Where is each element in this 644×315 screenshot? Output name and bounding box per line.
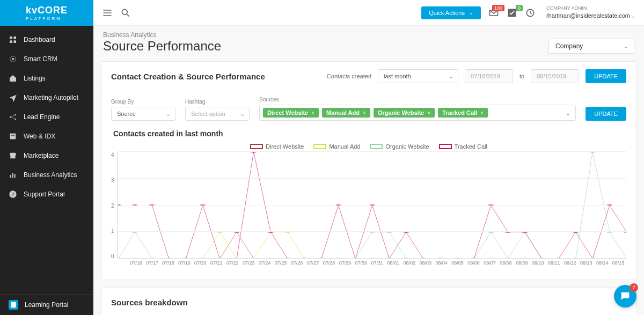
date-to[interactable]: 08/15/2019 [531,69,579,83]
svg-text:?: ? [11,192,14,197]
breakdown-title: Sources breakdown [101,288,636,315]
svg-rect-3 [13,40,16,43]
send-icon [9,93,17,102]
x-tick: 08/06 [466,260,482,266]
x-tick: 08/12 [562,260,578,266]
sidebar-item-label: Marketing Autopilot [24,94,78,101]
tag-remove-icon[interactable]: × [363,110,366,116]
svg-rect-10 [11,135,12,136]
history-icon[interactable] [525,8,536,18]
sidebar-item-label: Dashboard [24,36,55,43]
source-tag[interactable]: Direct Website× [263,108,319,118]
svg-point-7 [14,114,16,116]
x-tick: 07/28 [321,260,337,266]
chat-button[interactable]: 7 [614,285,636,307]
svg-point-17 [122,9,127,14]
x-tick: 07/24 [257,260,273,266]
sidebar-item-label: Support Portal [24,191,65,198]
sidebar-item-support-portal[interactable]: ?Support Portal [0,185,93,204]
source-tag[interactable]: Tracked Call× [438,108,488,118]
sidebar-item-dashboard[interactable]: Dashboard [0,30,93,49]
x-tick: 08/15 [610,260,626,266]
x-tick: 08/07 [482,260,498,266]
source-tag[interactable]: Manual Add× [322,108,370,118]
company-select[interactable]: Company [548,39,634,54]
sidebar-item-listings[interactable]: Listings [0,69,93,88]
x-tick: 07/20 [192,260,208,266]
y-tick: 0 [111,253,114,259]
account-menu[interactable]: Company Admin rhartman@insiderealestate.… [546,5,635,19]
sidebar-item-lead-engine[interactable]: Lead Engine [0,107,93,127]
sidebar-item-smart-crm[interactable]: Smart CRM [0,49,93,69]
chat-icon [619,290,631,302]
svg-rect-14 [14,174,16,178]
sources-label: Sources [259,97,576,102]
x-tick: 08/14 [594,260,610,266]
sidebar-item-web-idx[interactable]: Web & IDX [0,127,93,146]
chevron-down-icon: ⌄ [631,13,635,19]
mail-indicator[interactable]: 100 [488,8,499,18]
quick-actions-button[interactable]: Quick Actions ⌄ [421,6,481,19]
book-icon [9,300,18,310]
brand-logo[interactable]: kvCORE PLATFORM [0,0,93,26]
x-tick: 08/02 [401,260,418,266]
sources-select[interactable]: Direct Website×Manual Add×Organic Websit… [259,105,576,121]
x-tick: 07/19 [176,260,192,266]
x-tick: 08/10 [530,260,546,266]
menu-icon[interactable] [102,8,113,18]
tag-remove-icon[interactable]: × [480,110,484,116]
x-tick: 08/09 [514,260,530,266]
sidebar: kvCORE PLATFORM DashboardSmart CRMListin… [0,0,93,315]
tag-remove-icon[interactable]: × [311,110,314,116]
legend-item: Tracked Call [439,143,487,150]
contacts-label: Contacts created [327,73,371,79]
tag-remove-icon[interactable]: × [427,110,430,116]
x-tick: 08/08 [497,260,514,266]
range-select[interactable]: last month [378,69,458,83]
nav-main: DashboardSmart CRMListingsMarketing Auto… [0,26,93,294]
hashtag-select[interactable]: Select option [185,107,250,121]
topbar: Quick Actions ⌄ 100 0 Company Admin rhar… [93,0,644,26]
chart-legend: Direct WebsiteManual AddOrganic WebsiteT… [111,143,626,150]
chart-series [118,232,626,259]
y-tick: 1 [111,228,114,234]
svg-point-8 [14,119,16,120]
group-by-label: Group By [111,99,175,105]
svg-rect-1 [13,36,16,39]
date-from[interactable]: 07/16/2019 [465,69,513,83]
source-tag[interactable]: Organic Website× [374,108,435,118]
x-tick: 08/11 [546,260,562,266]
source-performance-card: Contact Creation & Source Performance Co… [101,61,636,280]
group-by-select[interactable]: Source [111,107,175,121]
x-tick: 07/29 [337,260,353,266]
sidebar-item-marketplace[interactable]: Marketplace [0,146,93,165]
legend-item: Direct Website [250,143,304,150]
chevron-down-icon: ⌄ [469,10,473,16]
sidebar-item-learning-portal[interactable]: Learning Portal [0,295,93,315]
x-tick: 07/23 [240,260,257,266]
page-header: Business Analytics Source Performance Co… [93,26,644,61]
sidebar-item-business-analytics[interactable]: Business Analytics [0,165,93,185]
x-tick: 07/16 [128,260,144,266]
sidebar-item-marketing-autopilot[interactable]: Marketing Autopilot [0,88,93,107]
update-button-bottom[interactable]: UPDATE [586,107,626,121]
chart-title: Contacts created in last month [113,129,626,138]
y-tick: 4 [111,152,114,158]
company-select-label: Company [555,42,583,50]
search-icon[interactable] [120,8,131,18]
update-button-top[interactable]: UPDATE [586,69,626,83]
account-role: Company Admin [546,5,635,12]
x-tick: 08/05 [450,260,466,266]
x-tick: 08/04 [434,260,450,266]
chat-badge: 7 [630,283,638,292]
sidebar-item-label: Smart CRM [24,55,57,63]
x-tick: 07/22 [224,260,240,266]
sidebar-item-label: Listings [24,75,46,82]
x-tick: 07/27 [305,260,321,266]
svg-point-6 [10,116,11,118]
account-email: rhartman@insiderealestate.com [546,12,630,19]
bars-icon [9,171,17,179]
tasks-indicator[interactable]: 0 [507,8,517,18]
home-icon [9,74,17,83]
legend-item: Organic Website [370,143,429,150]
